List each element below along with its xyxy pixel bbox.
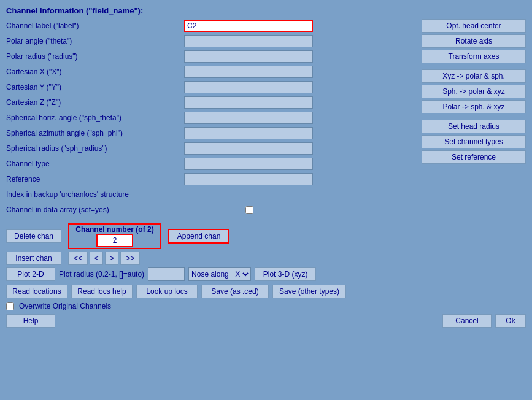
save-other-button[interactable]: Save (other types) xyxy=(272,285,346,298)
field-input-9[interactable] xyxy=(184,158,313,170)
fields-container: Channel label ("label")Polar angle ("the… xyxy=(6,19,415,186)
field-row-10: Reference xyxy=(6,172,415,186)
field-row-1: Polar angle ("theta") xyxy=(6,34,415,48)
set-channel-types-button[interactable]: Set channel types xyxy=(422,135,526,148)
field-label-0: Channel label ("label") xyxy=(6,21,184,30)
nav-last-button[interactable]: >> xyxy=(120,252,140,265)
right-btn-group-2: Xyz -> polar & sph. Sph. -> polar & xyz … xyxy=(422,69,526,113)
field-input-5[interactable] xyxy=(184,96,313,109)
read-locs-help-button[interactable]: Read locs help xyxy=(71,285,133,298)
field-input-6[interactable] xyxy=(184,112,313,124)
field-input-3[interactable] xyxy=(184,66,313,78)
field-label-8: Spherical radius ("sph_radius") xyxy=(6,144,184,153)
index-backup-label: Index in backup 'urchanlocs' structure xyxy=(6,190,184,199)
nav-next-button[interactable]: > xyxy=(105,252,118,265)
field-label-10: Reference xyxy=(6,175,184,183)
opt-head-center-button[interactable]: Opt. head center xyxy=(422,19,526,33)
save-ced-button[interactable]: Save (as .ced) xyxy=(201,285,269,298)
cancel-button[interactable]: Cancel xyxy=(442,314,492,328)
overwrite-label: Overwrite Original Channels xyxy=(19,302,111,310)
plot-radius-input[interactable] xyxy=(148,267,185,281)
delete-chan-button[interactable]: Delete chan xyxy=(6,229,61,243)
sph-polar-xyz-button[interactable]: Sph. -> polar & xyz xyxy=(422,85,526,98)
index-backup-row: Index in backup 'urchanlocs' structure xyxy=(6,188,415,201)
field-label-9: Channel type xyxy=(6,160,184,168)
xyz-polar-sph-button[interactable]: Xyz -> polar & sph. xyxy=(422,69,526,83)
footer-right: Cancel Ok xyxy=(442,314,526,328)
set-head-radius-button[interactable]: Set head radius xyxy=(422,120,526,133)
field-row-4: Cartesian Y ("Y") xyxy=(6,80,415,94)
nose-along-select[interactable]: Nose along +X Nose along +Y Nose along -… xyxy=(188,267,251,281)
field-label-5: Cartesian Z ("Z") xyxy=(6,98,184,107)
channel-number-title: Channel number (of 2) xyxy=(75,225,153,234)
help-button[interactable]: Help xyxy=(6,314,55,328)
right-btn-group-1: Opt. head center Rotate axis Transform a… xyxy=(422,19,526,63)
content-area: Channel label ("label")Polar angle ("the… xyxy=(6,19,526,218)
right-panel: Opt. head center Rotate axis Transform a… xyxy=(422,19,526,218)
plot-3d-button[interactable]: Plot 3-D (xyz) xyxy=(255,267,316,281)
rotate-axis-button[interactable]: Rotate axis xyxy=(422,34,526,48)
field-row-3: Cartesian X ("X") xyxy=(6,65,415,79)
nav-buttons-group: << < > >> xyxy=(68,252,140,265)
section-title: Channel information ("field_name"): xyxy=(6,6,526,15)
field-label-1: Polar angle ("theta") xyxy=(6,37,184,45)
plot-row: Plot 2-D Plot radius (0.2-1, []=auto) No… xyxy=(6,267,526,281)
field-row-8: Spherical radius ("sph_radius") xyxy=(6,142,415,155)
set-reference-button[interactable]: Set reference xyxy=(422,150,526,164)
field-input-8[interactable] xyxy=(184,142,313,155)
field-input-2[interactable] xyxy=(184,50,313,63)
field-row-0: Channel label ("label") xyxy=(6,19,415,33)
field-row-6: Spherical horiz. angle ("sph_theta") xyxy=(6,111,415,125)
polar-sph-xyz-button[interactable]: Polar -> sph. & xyz xyxy=(422,100,526,113)
channel-number-input[interactable] xyxy=(96,234,133,247)
field-label-4: Cartesian Y ("Y") xyxy=(6,83,184,91)
insert-nav-row: Insert chan << < > >> xyxy=(6,252,526,265)
field-row-2: Polar radius ("radius") xyxy=(6,50,415,63)
field-input-1[interactable] xyxy=(184,35,313,47)
transform-axes-button[interactable]: Transform axes xyxy=(422,50,526,63)
field-input-4[interactable] xyxy=(184,81,313,93)
nav-first-button[interactable]: << xyxy=(68,252,88,265)
field-row-7: Spherical azimuth angle ("sph_phi") xyxy=(6,126,415,140)
action-row: Read locations Read locs help Look up lo… xyxy=(6,285,526,298)
footer-left: Help xyxy=(6,314,55,328)
overwrite-checkbox[interactable] xyxy=(6,302,14,310)
field-row-9: Channel type xyxy=(6,157,415,171)
overwrite-row: Overwrite Original Channels xyxy=(6,302,526,310)
nav-prev-button[interactable]: < xyxy=(90,252,103,265)
left-panel: Channel label ("label")Polar angle ("the… xyxy=(6,19,415,218)
channel-data-array-label: Channel in data array (set=yes) xyxy=(6,206,184,214)
plot-radius-label: Plot radius (0.2-1, []=auto) xyxy=(59,270,144,279)
channel-data-array-checkbox[interactable] xyxy=(245,206,253,214)
look-up-locs-button[interactable]: Look up locs xyxy=(136,285,198,298)
bottom-section: Delete chan Channel number (of 2) Append… xyxy=(6,223,526,328)
main-container: Channel information ("field_name"): Chan… xyxy=(0,0,532,400)
field-input-7[interactable] xyxy=(184,127,313,139)
field-label-3: Cartesian X ("X") xyxy=(6,67,184,76)
ok-button[interactable]: Ok xyxy=(495,314,526,328)
field-label-7: Spherical azimuth angle ("sph_phi") xyxy=(6,129,184,137)
footer-row: Help Cancel Ok xyxy=(6,314,526,328)
read-locations-button[interactable]: Read locations xyxy=(6,285,67,298)
field-input-10[interactable] xyxy=(184,173,313,185)
append-chan-button[interactable]: Append chan xyxy=(168,229,229,244)
nav-row: Delete chan Channel number (of 2) Append… xyxy=(6,223,526,249)
insert-chan-button[interactable]: Insert chan xyxy=(6,252,61,265)
field-label-2: Polar radius ("radius") xyxy=(6,52,184,61)
field-row-5: Cartesian Z ("Z") xyxy=(6,96,415,109)
right-btn-group-3: Set head radius Set channel types Set re… xyxy=(422,120,526,164)
plot-2d-button[interactable]: Plot 2-D xyxy=(6,267,55,281)
field-input-0[interactable] xyxy=(184,20,313,32)
channel-number-container: Channel number (of 2) xyxy=(68,223,161,249)
field-label-6: Spherical horiz. angle ("sph_theta") xyxy=(6,113,184,122)
channel-data-array-row: Channel in data array (set=yes) xyxy=(6,203,415,217)
